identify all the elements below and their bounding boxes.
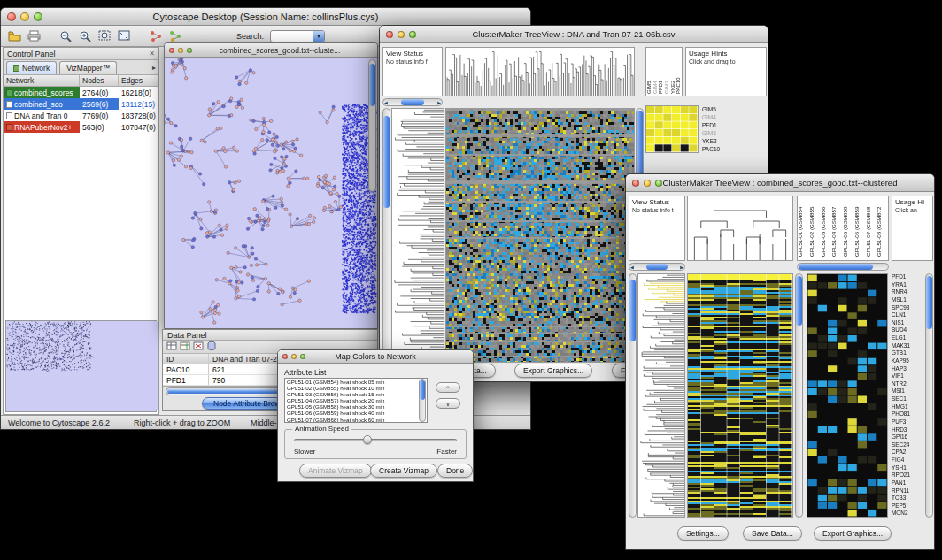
network-view-titlebar[interactable]: combined_scores_good.txt--cluste... — [165, 43, 377, 58]
zoom-column-label[interactable]: GPL51-01 (GSM854 — [798, 198, 809, 257]
gene-label[interactable]: CLN1 — [892, 311, 923, 319]
network-overview-canvas[interactable] — [6, 321, 158, 410]
attribute-create-icon[interactable] — [180, 339, 190, 355]
row-dendrogram[interactable] — [391, 108, 444, 363]
close-button[interactable] — [169, 48, 174, 53]
heatmap-vscrollbar[interactable] — [795, 273, 803, 518]
gene-label[interactable]: YSH1 — [892, 464, 923, 472]
close-button[interactable] — [386, 31, 393, 38]
gene-label[interactable]: MSL1 — [892, 296, 923, 304]
gene-label[interactable]: VIP1 — [892, 372, 923, 380]
zoom-in-icon[interactable] — [77, 28, 93, 44]
close-button[interactable] — [282, 354, 288, 359]
export-graphics-button[interactable]: Export Graphics... — [514, 364, 592, 378]
scroll-right-arrow-icon[interactable]: ▶ — [680, 265, 683, 270]
treeview-combined-titlebar[interactable]: ClusterMaker TreeView : combined_scores_… — [626, 174, 934, 192]
gene-label[interactable]: SEC1 — [892, 395, 923, 403]
zoom-row-label[interactable]: YKE2 — [702, 137, 764, 145]
minimize-button[interactable] — [644, 180, 651, 187]
zoom-column-label[interactable]: GPL51-04 (GSM857 — [831, 198, 843, 257]
zoom-heatmap-canvas[interactable] — [807, 274, 887, 517]
attribute-list-item[interactable]: GPL51-04 (GSM857) heat shock 20 min — [285, 397, 427, 403]
network-view-scrollbar[interactable] — [368, 59, 376, 192]
gene-label[interactable]: SPC98 — [892, 304, 923, 312]
attribute-list[interactable]: GPL51-01 (GSM854) heat shock 05 minGPL51… — [284, 378, 428, 423]
attribute-list-item[interactable]: GPL51-06 (GSM859) heat shock 40 min — [285, 410, 427, 416]
search-dropdown-arrow-icon[interactable]: ▾ — [313, 31, 324, 42]
scroll-left-arrow-icon[interactable]: ◀ — [384, 100, 388, 105]
gene-label[interactable]: HRD3 — [892, 426, 923, 434]
zoom-row-label[interactable]: GIM4 — [702, 113, 764, 121]
attribute-list-scrollbar[interactable] — [419, 379, 426, 422]
close-button[interactable] — [632, 180, 639, 187]
gene-label[interactable]: KAP95 — [892, 357, 923, 365]
gene-label[interactable]: YRA1 — [892, 281, 923, 289]
zoom-button[interactable] — [409, 31, 416, 38]
move-attribute-down-button[interactable]: v — [436, 398, 460, 409]
minimize-button[interactable] — [291, 354, 297, 359]
column-dendrogram[interactable] — [445, 47, 635, 96]
gene-label[interactable]: TCB3 — [892, 495, 923, 502]
scroll-left-arrow-icon[interactable]: ◀ — [630, 265, 634, 270]
zoom-row-label[interactable]: PAC10 — [702, 145, 764, 153]
gene-label[interactable]: BUD4 — [892, 326, 923, 334]
done-button[interactable]: Done — [437, 464, 473, 478]
gene-label[interactable]: CPA2 — [892, 449, 923, 456]
zoom-matrix-canvas[interactable] — [646, 106, 698, 152]
attribute-select-icon[interactable] — [166, 339, 177, 355]
gene-label[interactable]: NTR2 — [892, 380, 923, 388]
zoom-out-icon[interactable] — [58, 28, 73, 44]
gene-label[interactable]: PAN1 — [892, 479, 923, 487]
zoom-column-label[interactable]: GPL51-05 (GSM858 — [843, 198, 854, 257]
network-list-row[interactable]: DNA and Tran 0 7769(0) 183728(0) — [4, 110, 158, 121]
network-green-icon[interactable] — [167, 28, 183, 44]
zoom-row-label[interactable]: PFD1 — [702, 121, 764, 129]
attribute-database-icon[interactable] — [206, 339, 217, 355]
network-list-row-selected[interactable]: combined_sco 2569(6) 13112(15) — [4, 98, 158, 110]
minimize-button[interactable] — [398, 31, 405, 38]
gene-label[interactable]: MON2 — [892, 510, 923, 518]
zoom-column-label[interactable]: PFD1 — [658, 50, 664, 94]
map-colors-titlebar[interactable]: Map Colors to Network — [278, 350, 473, 364]
zoom-column-label[interactable]: GPL51-07 (GSM868 — [866, 198, 877, 257]
attribute-list-item[interactable]: GPL51-01 (GSM854) heat shock 05 min — [285, 379, 427, 385]
zoom-column-label[interactable]: GIM3 — [664, 50, 670, 94]
gene-label[interactable]: PUF3 — [892, 418, 923, 426]
zoom-column-label[interactable]: GIM5 — [646, 50, 652, 94]
gene-label[interactable]: NIS1 — [892, 319, 923, 327]
dendrogram-hscrollbar[interactable]: ◀▶ — [382, 98, 443, 106]
gene-label[interactable]: RPO21 — [892, 472, 923, 479]
animation-speed-slider-thumb[interactable] — [363, 435, 372, 444]
tab-vizmapper[interactable]: VizMapper™ — [59, 61, 117, 74]
move-attribute-up-button[interactable]: ^ — [436, 382, 460, 393]
zoom-column-label[interactable]: GPL51-08 (GSM872 — [876, 198, 888, 257]
close-button[interactable] — [7, 12, 16, 21]
column-dendrogram-canvas[interactable] — [688, 196, 792, 260]
gene-label[interactable]: SEC24 — [892, 441, 923, 449]
zoom-button[interactable] — [655, 180, 662, 187]
gene-label[interactable]: GPI16 — [892, 433, 923, 441]
zoom-column-label[interactable]: GPL51-06 (GSM859 — [854, 198, 866, 257]
column-header-edges[interactable]: Edges — [119, 75, 158, 86]
gene-label[interactable]: ELG1 — [892, 334, 923, 342]
zoom-hscrollbar[interactable] — [797, 263, 889, 271]
zoom-button[interactable] — [187, 48, 192, 53]
gene-label[interactable]: RPN11 — [892, 487, 923, 495]
animation-speed-slider[interactable] — [294, 439, 457, 441]
gene-label[interactable]: MAK31 — [892, 342, 923, 350]
cytoscape-titlebar[interactable]: Cytoscape Desktop (Session Name: collins… — [1, 8, 530, 26]
attribute-list-item[interactable]: GPL51-05 (GSM858) heat shock 30 min — [285, 403, 427, 410]
search-input[interactable]: ▾ — [270, 30, 325, 42]
control-panel-close-icon[interactable]: ✕ — [149, 50, 155, 58]
attribute-list-item[interactable]: GPL51-02 (GSM855) heat shock 10 min — [285, 385, 427, 391]
gene-label[interactable]: PFD1 — [892, 273, 923, 281]
zoom-column-label[interactable]: GPL51-03 (GSM856 — [821, 198, 832, 257]
zoom-fit-icon[interactable] — [116, 28, 132, 44]
gene-label[interactable]: MSI1 — [892, 387, 923, 395]
row-dendrogram-canvas[interactable] — [638, 274, 684, 517]
attribute-delete-icon[interactable] — [193, 339, 204, 355]
tab-network[interactable]: Network — [6, 61, 57, 74]
column-header-id[interactable]: ID — [163, 354, 209, 364]
zoom-column-label[interactable]: GPL51-02 (GSM855 — [809, 198, 821, 257]
minimize-button[interactable] — [178, 48, 183, 53]
